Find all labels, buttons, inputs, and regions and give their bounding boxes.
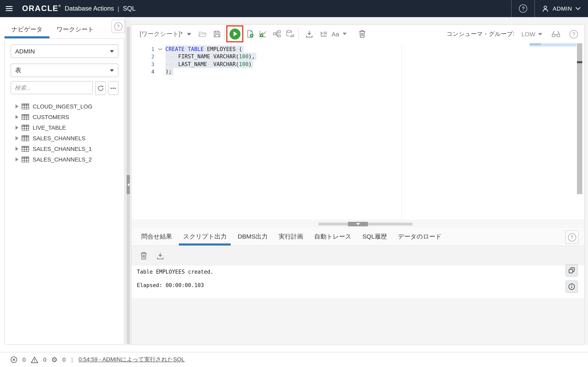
open-file-button[interactable] [196, 27, 209, 41]
editor-scrollbar[interactable] [577, 43, 582, 194]
code-line[interactable]: 2····FIRST_NAME·VARCHAR(100), [131, 53, 584, 60]
sql-editor[interactable]: 1CREATE·TABLE·EMPLOYEES·(2····FIRST_NAME… [131, 43, 584, 221]
sidebar-splitter[interactable] [125, 17, 131, 345]
module-title: SQL [123, 5, 136, 12]
selection-highlight: ····LAST_NAME··VARCHAR(100) [165, 60, 253, 68]
expand-arrow-icon[interactable] [16, 115, 18, 119]
title-divider: | [118, 5, 119, 12]
expand-arrow-icon[interactable] [16, 157, 18, 161]
chevron-down-icon [343, 33, 347, 35]
chevron-down-icon [575, 7, 581, 10]
results-tab[interactable]: 問合せ結果 [137, 228, 176, 245]
code-token: ) [249, 61, 252, 67]
download-button[interactable] [302, 27, 316, 41]
code-token: ); [165, 69, 172, 75]
line-number: 1 [131, 46, 155, 52]
header-help-button[interactable]: ? [512, 0, 535, 17]
autotrace-button[interactable] [256, 27, 270, 41]
tree-item[interactable]: SALES_CHANNELS [5, 133, 124, 143]
code-token: 100 [239, 61, 249, 67]
results-tab[interactable]: データのロード [394, 228, 446, 245]
results-tab-bar: 問合せ結果スクリプト出力DBMS出力実行計画自動トレースSQL履歴データのロード [131, 228, 584, 246]
hamburger-menu-icon[interactable] [0, 0, 16, 17]
tree-item[interactable]: SALES_CHANNELS_1 [5, 143, 124, 154]
results-help-button[interactable]: ? [565, 230, 579, 244]
expand-arrow-icon[interactable] [16, 125, 18, 130]
tree-item[interactable]: SALES_CHANNELS_2 [5, 154, 124, 165]
autotrace-chart-icon [259, 30, 267, 38]
table-icon [22, 114, 29, 120]
expand-arrow-icon[interactable] [16, 136, 18, 140]
error-count: 0 [22, 356, 26, 363]
clear-output-button[interactable] [137, 249, 151, 263]
info-icon [568, 283, 575, 290]
user-name: ADMIN [553, 5, 572, 12]
run-statement-highlight-box[interactable] [226, 25, 243, 42]
results-tab[interactable]: 自動トレース [310, 228, 355, 245]
selection-highlight: ); [165, 68, 173, 76]
sidebar-help-button[interactable]: ? [112, 20, 125, 33]
results-splitter[interactable] [131, 219, 584, 228]
open-folder-icon [198, 30, 207, 37]
format-button[interactable] [316, 27, 330, 41]
expand-arrow-icon[interactable] [16, 147, 18, 151]
tree-item[interactable]: LIVE_TABLE [5, 122, 124, 133]
selection-highlight: CREATE·TABLE·EMPLOYEES·( [165, 45, 244, 53]
user-menu[interactable]: ADMIN [535, 0, 588, 17]
sidebar-tab[interactable]: ワークシート [50, 20, 101, 38]
results-tab[interactable]: 実行計画 [275, 228, 307, 245]
header-right: ? ADMIN [511, 0, 588, 17]
code-line[interactable]: 1CREATE·TABLE·EMPLOYEES·( [131, 45, 584, 53]
trash-icon [359, 30, 366, 38]
consumer-group-label: コンシューマ・グループ: [447, 30, 515, 38]
code-token: · [210, 54, 213, 60]
warnings-icon[interactable] [31, 356, 38, 363]
table-icon [22, 125, 29, 131]
tree-item[interactable]: CUSTOMERS [5, 112, 124, 122]
download-output-button[interactable] [153, 249, 167, 263]
oracle-logo: ORACLE® [22, 4, 61, 13]
results-tab[interactable]: SQL履歴 [358, 228, 391, 245]
find-button[interactable] [551, 31, 561, 38]
consumer-group-select[interactable]: LOW [521, 31, 542, 38]
tables-tree: CLOUD_INGEST_LOGCUSTOMERSLIVE_TABLESALES… [5, 101, 124, 165]
search-input[interactable] [11, 81, 93, 94]
code-token: · [204, 46, 207, 52]
object-type-select-value: 表 [15, 67, 21, 74]
clear-worksheet-button[interactable] [355, 27, 369, 41]
tree-item-label: SALES_CHANNELS [33, 135, 85, 142]
sidebar-tab[interactable]: ナビゲータ [4, 20, 50, 38]
consumer-group-area: コンシューマ・グループ: LOW ? [447, 25, 578, 43]
registered-mark: ® [58, 4, 61, 7]
output-toolbar [131, 246, 584, 266]
errors-icon[interactable] [10, 356, 17, 363]
code-line[interactable]: 4); [131, 68, 584, 75]
code-text: ····LAST_NAME··VARCHAR(100) [165, 61, 253, 67]
explain-plan-button[interactable] [270, 27, 284, 41]
fold-chevron-icon[interactable] [155, 48, 165, 50]
schema-select[interactable]: ADMIN [11, 44, 118, 58]
worksheet-help-button[interactable]: ? [570, 30, 578, 38]
tree-item[interactable]: CLOUD_INGEST_LOG [5, 101, 124, 112]
code-line[interactable]: 3····LAST_NAME··VARCHAR(100) [131, 60, 584, 68]
expand-arrow-icon[interactable] [16, 104, 18, 108]
sidebar-collapse-handle[interactable] [127, 175, 130, 194]
refresh-button[interactable] [95, 81, 106, 95]
save-button[interactable] [210, 27, 224, 41]
output-info-button[interactable] [566, 281, 578, 293]
copy-output-button[interactable] [566, 264, 578, 276]
ellipsis-icon: ••• [111, 86, 116, 91]
chevron-down-icon [110, 69, 114, 72]
processes-icon[interactable]: ⚙ [51, 356, 58, 363]
worksheet-title-menu[interactable]: [ワークシート]* [140, 25, 191, 43]
font-size-button[interactable]: Aa [330, 27, 348, 41]
results-collapse-handle[interactable] [348, 222, 368, 226]
object-type-select[interactable]: 表 [11, 64, 118, 77]
sql-history-link[interactable]: 0:54:59 - ADMINによって実行されたSQL [79, 356, 185, 363]
sql-tuning-button[interactable] [283, 27, 297, 41]
more-options-button[interactable]: ••• [108, 81, 118, 95]
run-script-button[interactable] [243, 27, 257, 41]
results-tab[interactable]: スクリプト出力 [179, 228, 231, 245]
consumer-group-value: LOW [521, 31, 535, 38]
results-tab[interactable]: DBMS出力 [233, 228, 272, 245]
